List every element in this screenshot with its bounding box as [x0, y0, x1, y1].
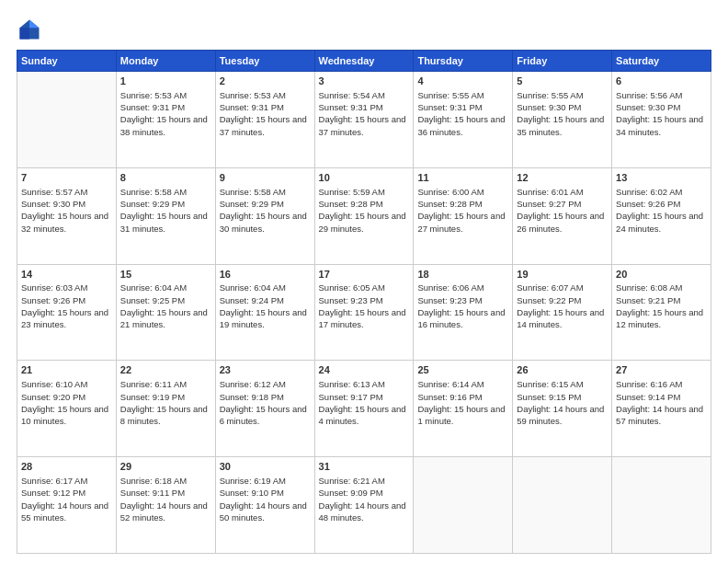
day-number: 26 [517, 363, 608, 377]
day-number: 7 [21, 171, 112, 185]
day-info: Sunrise: 6:08 AMSunset: 9:21 PMDaylight:… [616, 282, 707, 330]
day-number: 22 [120, 363, 211, 377]
header [17, 17, 711, 42]
day-number: 1 [120, 75, 211, 88]
calendar-body: 1Sunrise: 5:53 AMSunset: 9:31 PMDaylight… [17, 72, 711, 554]
day-cell: 3Sunrise: 5:54 AMSunset: 9:31 PMDaylight… [314, 72, 414, 168]
day-cell: 24Sunrise: 6:13 AMSunset: 9:17 PMDayligh… [314, 361, 414, 457]
day-cell: 1Sunrise: 5:53 AMSunset: 9:31 PMDaylight… [116, 72, 215, 168]
svg-marker-1 [29, 20, 40, 29]
day-number: 30 [220, 460, 311, 474]
day-number: 28 [21, 460, 112, 474]
day-cell: 21Sunrise: 6:10 AMSunset: 9:20 PMDayligh… [17, 361, 117, 457]
day-number: 25 [417, 363, 508, 377]
day-number: 2 [220, 75, 311, 88]
day-info: Sunrise: 5:58 AMSunset: 9:29 PMDaylight:… [220, 186, 311, 235]
week-row-2: 7Sunrise: 5:57 AMSunset: 9:30 PMDaylight… [17, 167, 711, 264]
week-row-4: 21Sunrise: 6:10 AMSunset: 9:20 PMDayligh… [17, 361, 711, 457]
day-number: 29 [120, 460, 211, 474]
day-header-thursday: Thursday [414, 51, 513, 72]
day-cell: 16Sunrise: 6:04 AMSunset: 9:24 PMDayligh… [215, 264, 314, 361]
day-info: Sunrise: 6:02 AMSunset: 9:26 PMDaylight:… [616, 186, 707, 235]
day-cell: 23Sunrise: 6:12 AMSunset: 9:18 PMDayligh… [215, 361, 314, 457]
day-header-tuesday: Tuesday [215, 51, 314, 72]
day-cell [17, 72, 117, 168]
day-number: 13 [616, 171, 707, 185]
day-header-sunday: Sunday [17, 51, 117, 72]
day-info: Sunrise: 6:11 AMSunset: 9:19 PMDaylight:… [120, 378, 211, 427]
day-number: 21 [21, 363, 112, 377]
day-info: Sunrise: 6:04 AMSunset: 9:24 PMDaylight:… [220, 282, 311, 330]
day-cell: 22Sunrise: 6:11 AMSunset: 9:19 PMDayligh… [116, 361, 215, 457]
day-number: 17 [319, 268, 410, 282]
day-cell: 20Sunrise: 6:08 AMSunset: 9:21 PMDayligh… [612, 264, 711, 361]
day-cell: 29Sunrise: 6:18 AMSunset: 9:11 PMDayligh… [116, 457, 215, 554]
day-cell: 8Sunrise: 5:58 AMSunset: 9:29 PMDaylight… [116, 167, 215, 264]
day-cell: 12Sunrise: 6:01 AMSunset: 9:27 PMDayligh… [513, 167, 612, 264]
day-number: 15 [120, 268, 211, 282]
day-info: Sunrise: 5:53 AMSunset: 9:31 PMDaylight:… [220, 89, 311, 138]
day-info: Sunrise: 6:16 AMSunset: 9:14 PMDaylight:… [616, 378, 707, 427]
day-number: 23 [220, 363, 311, 377]
day-cell: 7Sunrise: 5:57 AMSunset: 9:30 PMDaylight… [17, 167, 117, 264]
day-cell: 13Sunrise: 6:02 AMSunset: 9:26 PMDayligh… [612, 167, 711, 264]
day-info: Sunrise: 6:18 AMSunset: 9:11 PMDaylight:… [120, 475, 211, 523]
day-info: Sunrise: 5:58 AMSunset: 9:29 PMDaylight:… [120, 186, 211, 235]
day-info: Sunrise: 6:06 AMSunset: 9:23 PMDaylight:… [417, 282, 508, 330]
day-cell: 10Sunrise: 5:59 AMSunset: 9:28 PMDayligh… [314, 167, 414, 264]
day-cell: 6Sunrise: 5:56 AMSunset: 9:30 PMDaylight… [612, 72, 711, 168]
day-cell: 28Sunrise: 6:17 AMSunset: 9:12 PMDayligh… [17, 457, 117, 554]
day-header-monday: Monday [116, 51, 215, 72]
day-info: Sunrise: 5:56 AMSunset: 9:30 PMDaylight:… [616, 89, 707, 138]
day-info: Sunrise: 6:01 AMSunset: 9:27 PMDaylight:… [517, 186, 608, 235]
day-info: Sunrise: 6:19 AMSunset: 9:10 PMDaylight:… [220, 475, 311, 523]
svg-marker-2 [20, 28, 30, 39]
day-number: 10 [319, 171, 410, 185]
day-cell: 4Sunrise: 5:55 AMSunset: 9:31 PMDaylight… [414, 72, 513, 168]
day-info: Sunrise: 5:59 AMSunset: 9:28 PMDaylight:… [319, 186, 410, 235]
day-info: Sunrise: 6:14 AMSunset: 9:16 PMDaylight:… [417, 378, 508, 427]
day-cell [513, 457, 612, 554]
day-number: 5 [517, 75, 608, 88]
day-info: Sunrise: 6:03 AMSunset: 9:26 PMDaylight:… [21, 282, 112, 330]
page: SundayMondayTuesdayWednesdayThursdayFrid… [0, 0, 728, 563]
day-cell: 14Sunrise: 6:03 AMSunset: 9:26 PMDayligh… [17, 264, 117, 361]
day-number: 16 [220, 268, 311, 282]
day-cell: 11Sunrise: 6:00 AMSunset: 9:28 PMDayligh… [414, 167, 513, 264]
day-number: 12 [517, 171, 608, 185]
logo-icon [17, 17, 42, 42]
day-cell [414, 457, 513, 554]
calendar-header: SundayMondayTuesdayWednesdayThursdayFrid… [17, 51, 711, 72]
day-cell: 5Sunrise: 5:55 AMSunset: 9:30 PMDaylight… [513, 72, 612, 168]
day-number: 24 [319, 363, 410, 377]
day-cell: 26Sunrise: 6:15 AMSunset: 9:15 PMDayligh… [513, 361, 612, 457]
day-number: 27 [616, 363, 707, 377]
day-header-wednesday: Wednesday [314, 51, 414, 72]
day-number: 9 [220, 171, 311, 185]
day-header-friday: Friday [513, 51, 612, 72]
day-number: 8 [120, 171, 211, 185]
calendar: SundayMondayTuesdayWednesdayThursdayFrid… [17, 50, 711, 554]
week-row-1: 1Sunrise: 5:53 AMSunset: 9:31 PMDaylight… [17, 72, 711, 168]
day-info: Sunrise: 5:55 AMSunset: 9:30 PMDaylight:… [517, 89, 608, 138]
day-info: Sunrise: 6:07 AMSunset: 9:22 PMDaylight:… [517, 282, 608, 330]
day-number: 4 [417, 75, 508, 88]
day-cell: 2Sunrise: 5:53 AMSunset: 9:31 PMDaylight… [215, 72, 314, 168]
day-info: Sunrise: 6:13 AMSunset: 9:17 PMDaylight:… [319, 378, 410, 427]
header-row: SundayMondayTuesdayWednesdayThursdayFrid… [17, 51, 711, 72]
day-cell: 15Sunrise: 6:04 AMSunset: 9:25 PMDayligh… [116, 264, 215, 361]
day-cell: 30Sunrise: 6:19 AMSunset: 9:10 PMDayligh… [215, 457, 314, 554]
day-header-saturday: Saturday [612, 51, 711, 72]
day-cell: 17Sunrise: 6:05 AMSunset: 9:23 PMDayligh… [314, 264, 414, 361]
day-info: Sunrise: 6:17 AMSunset: 9:12 PMDaylight:… [21, 475, 112, 523]
day-number: 3 [319, 75, 410, 88]
day-cell: 25Sunrise: 6:14 AMSunset: 9:16 PMDayligh… [414, 361, 513, 457]
week-row-5: 28Sunrise: 6:17 AMSunset: 9:12 PMDayligh… [17, 457, 711, 554]
day-info: Sunrise: 6:04 AMSunset: 9:25 PMDaylight:… [120, 282, 211, 330]
day-number: 20 [616, 268, 707, 282]
week-row-3: 14Sunrise: 6:03 AMSunset: 9:26 PMDayligh… [17, 264, 711, 361]
day-number: 19 [517, 268, 608, 282]
day-cell: 9Sunrise: 5:58 AMSunset: 9:29 PMDaylight… [215, 167, 314, 264]
day-cell: 31Sunrise: 6:21 AMSunset: 9:09 PMDayligh… [314, 457, 414, 554]
day-info: Sunrise: 5:55 AMSunset: 9:31 PMDaylight:… [417, 89, 508, 138]
